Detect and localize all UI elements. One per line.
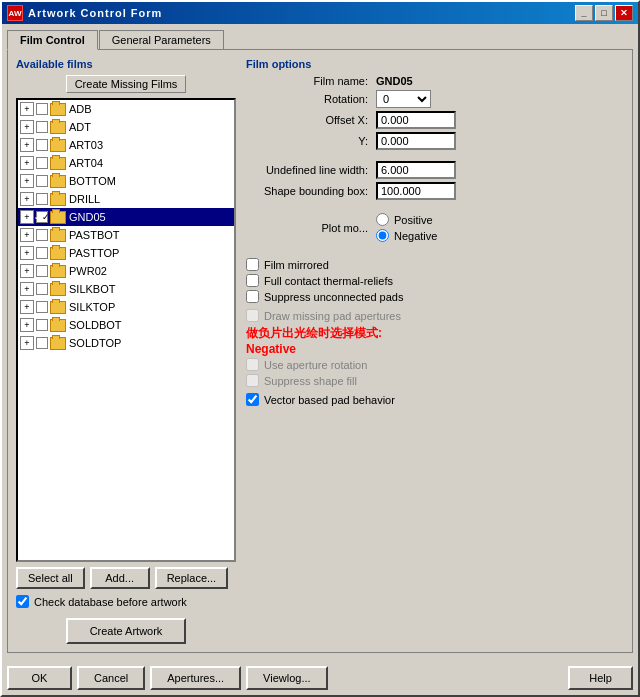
positive-label: Positive bbox=[394, 214, 433, 226]
close-button[interactable]: ✕ bbox=[615, 5, 633, 21]
expand-icon[interactable]: + bbox=[20, 138, 34, 152]
plot-mode-row: Plot mo... Positive Negative bbox=[246, 211, 624, 245]
offset-y-input[interactable] bbox=[376, 132, 456, 150]
maximize-button[interactable]: □ bbox=[595, 5, 613, 21]
full-contact-checkbox[interactable] bbox=[246, 274, 259, 287]
negative-label: Negative bbox=[394, 230, 437, 242]
list-item[interactable]: + ART03 bbox=[18, 136, 234, 154]
tab-film-control[interactable]: Film Control bbox=[7, 30, 98, 50]
list-item[interactable]: + DRILL bbox=[18, 190, 234, 208]
expand-icon[interactable]: + bbox=[20, 282, 34, 296]
minimize-button[interactable]: _ bbox=[575, 5, 593, 21]
list-item[interactable]: + ADT bbox=[18, 118, 234, 136]
film-name: ART04 bbox=[69, 157, 103, 169]
folder-icon bbox=[50, 139, 66, 152]
list-item[interactable]: + SILKBOT bbox=[18, 280, 234, 298]
folder-icon bbox=[50, 319, 66, 332]
chinese-text: 做负片出光绘时选择模式: bbox=[246, 326, 382, 340]
left-column: Available films Create Missing Films + A… bbox=[16, 58, 236, 644]
positive-radio[interactable] bbox=[376, 213, 389, 226]
expand-icon[interactable]: + bbox=[20, 246, 34, 260]
expand-icon[interactable]: + bbox=[20, 210, 34, 224]
film-checkbox[interactable] bbox=[36, 247, 48, 259]
window-title: Artwork Control Form bbox=[28, 7, 575, 19]
film-name: PASTTOP bbox=[69, 247, 119, 259]
cancel-button[interactable]: Cancel bbox=[77, 666, 145, 690]
list-item[interactable]: + ART04 bbox=[18, 154, 234, 172]
tab-general-parameters[interactable]: General Parameters bbox=[99, 30, 224, 50]
folder-icon bbox=[50, 103, 66, 116]
bottom-bar: OK Cancel Apertures... Viewlog... Help bbox=[2, 658, 638, 695]
expand-icon[interactable]: + bbox=[20, 318, 34, 332]
film-mirrored-checkbox[interactable] bbox=[246, 258, 259, 271]
add-button[interactable]: Add... bbox=[90, 567, 150, 589]
tab-bar: Film Control General Parameters bbox=[7, 29, 633, 49]
film-checkbox[interactable] bbox=[36, 139, 48, 151]
chinese-annotation: 做负片出光绘时选择模式: Negative bbox=[246, 325, 624, 356]
create-missing-films-button[interactable]: Create Missing Films bbox=[66, 75, 187, 93]
expand-icon[interactable]: + bbox=[20, 300, 34, 314]
negative-radio[interactable] bbox=[376, 229, 389, 242]
film-checkbox[interactable] bbox=[36, 229, 48, 241]
expand-icon[interactable]: + bbox=[20, 228, 34, 242]
film-list-container[interactable]: + ADB + ADT bbox=[16, 98, 236, 562]
expand-icon[interactable]: + bbox=[20, 156, 34, 170]
shape-bb-row: Shape bounding box: bbox=[246, 182, 624, 200]
film-checkbox-checked[interactable]: ✓ bbox=[36, 211, 48, 223]
film-checkbox[interactable] bbox=[36, 175, 48, 187]
undef-line-input[interactable] bbox=[376, 161, 456, 179]
draw-missing-row: Draw missing pad apertures bbox=[246, 309, 624, 322]
film-checkbox[interactable] bbox=[36, 337, 48, 349]
select-all-button[interactable]: Select all bbox=[16, 567, 85, 589]
list-item[interactable]: + SOLDBOT bbox=[18, 316, 234, 334]
expand-icon[interactable]: + bbox=[20, 102, 34, 116]
list-item[interactable]: + PWR02 bbox=[18, 262, 234, 280]
rotation-select[interactable]: 0 90 180 270 bbox=[376, 90, 431, 108]
vector-based-checkbox[interactable] bbox=[246, 393, 259, 406]
film-name-row: Film name: GND05 bbox=[246, 75, 624, 87]
replace-button[interactable]: Replace... bbox=[155, 567, 229, 589]
folder-icon bbox=[50, 337, 66, 350]
expand-icon[interactable]: + bbox=[20, 174, 34, 188]
film-checkbox[interactable] bbox=[36, 157, 48, 169]
film-options-label: Film options bbox=[246, 58, 624, 70]
viewlog-button[interactable]: Viewlog... bbox=[246, 666, 328, 690]
expand-icon[interactable]: + bbox=[20, 120, 34, 134]
film-name: SILKBOT bbox=[69, 283, 115, 295]
apertures-button[interactable]: Apertures... bbox=[150, 666, 241, 690]
film-checkbox[interactable] bbox=[36, 265, 48, 277]
film-checkbox[interactable] bbox=[36, 301, 48, 313]
use-aperture-checkbox bbox=[246, 358, 259, 371]
help-button[interactable]: Help bbox=[568, 666, 633, 690]
expand-icon[interactable]: + bbox=[20, 336, 34, 350]
list-item[interactable]: + SOLDTOP bbox=[18, 334, 234, 352]
folder-icon bbox=[50, 301, 66, 314]
list-item[interactable]: + PASTBOT bbox=[18, 226, 234, 244]
create-artwork-button[interactable]: Create Artwork bbox=[66, 618, 186, 644]
folder-icon bbox=[50, 283, 66, 296]
expand-icon[interactable]: + bbox=[20, 192, 34, 206]
list-item[interactable]: + BOTTOM bbox=[18, 172, 234, 190]
suppress-unconnected-checkbox[interactable] bbox=[246, 290, 259, 303]
list-item[interactable]: + PASTTOP bbox=[18, 244, 234, 262]
ok-button[interactable]: OK bbox=[7, 666, 72, 690]
annotation-negative: Negative bbox=[246, 342, 296, 356]
shape-bb-input[interactable] bbox=[376, 182, 456, 200]
plot-mode-radio-group: Positive Negative bbox=[376, 213, 437, 245]
film-checkbox[interactable] bbox=[36, 319, 48, 331]
expand-icon[interactable]: + bbox=[20, 264, 34, 278]
film-checkbox[interactable] bbox=[36, 103, 48, 115]
film-checkbox[interactable] bbox=[36, 193, 48, 205]
offset-x-input[interactable] bbox=[376, 111, 456, 129]
film-checkbox[interactable] bbox=[36, 121, 48, 133]
suppress-shape-label: Suppress shape fill bbox=[264, 375, 357, 387]
check-db-row: Check database before artwork bbox=[16, 595, 236, 608]
list-item[interactable]: + SILKTOP bbox=[18, 298, 234, 316]
list-item-selected[interactable]: + ✓ GND05 bbox=[18, 208, 234, 226]
film-checkbox[interactable] bbox=[36, 283, 48, 295]
check-db-checkbox[interactable] bbox=[16, 595, 29, 608]
suppress-unconnected-label: Suppress unconnected pads bbox=[264, 291, 403, 303]
list-item[interactable]: + ADB bbox=[18, 100, 234, 118]
film-name: ADT bbox=[69, 121, 91, 133]
content-area: Film Control General Parameters Availabl… bbox=[2, 24, 638, 658]
